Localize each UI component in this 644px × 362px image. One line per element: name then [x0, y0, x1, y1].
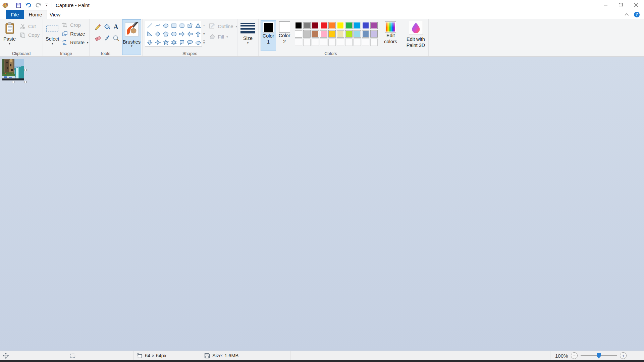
color-swatch[interactable] — [345, 30, 353, 38]
brushes-dropdown[interactable]: ▾ — [131, 45, 132, 48]
color-swatch[interactable] — [303, 22, 311, 29]
hexagon-shape[interactable] — [171, 31, 177, 37]
color-swatch-empty[interactable] — [337, 39, 344, 46]
edit-with-paint3d-button[interactable]: Edit with Paint 3D — [403, 19, 428, 48]
diamond-shape[interactable] — [155, 31, 161, 37]
tab-view[interactable]: View — [47, 10, 63, 19]
crop-button[interactable]: Crop — [62, 21, 88, 29]
color-swatch-empty[interactable] — [295, 39, 302, 46]
color-picker-tool[interactable] — [103, 35, 111, 42]
color-swatch[interactable] — [295, 30, 302, 38]
canvas-resize-handle-right[interactable] — [24, 69, 26, 71]
color-swatch[interactable] — [328, 30, 336, 38]
redo-icon[interactable] — [35, 2, 42, 8]
line-shape[interactable] — [147, 23, 153, 28]
eraser-tool[interactable] — [94, 35, 102, 42]
color-swatch[interactable] — [370, 22, 378, 29]
zoom-out-button[interactable]: − — [571, 352, 578, 359]
color1-button[interactable]: Color 1 — [261, 20, 276, 51]
pencil-tool[interactable] — [94, 23, 102, 31]
color-swatch[interactable] — [312, 30, 319, 38]
fill-with-color-tool[interactable] — [103, 23, 111, 31]
tab-file[interactable]: File — [6, 10, 24, 19]
canvas-workspace[interactable] — [0, 57, 644, 351]
color-swatch[interactable] — [295, 22, 302, 29]
rounded-rectangle-shape[interactable] — [179, 23, 185, 28]
color-swatch[interactable] — [337, 22, 344, 29]
resize-button[interactable]: Resize — [62, 29, 88, 38]
right-arrow-shape[interactable] — [179, 31, 185, 37]
customize-qat-icon[interactable]: ▾ — [45, 3, 48, 7]
brushes-button[interactable]: Brushes ▾ — [122, 19, 141, 55]
copy-button[interactable]: Copy — [20, 31, 40, 40]
color-swatch[interactable] — [320, 22, 327, 29]
select-dropdown[interactable]: ▾ — [52, 42, 53, 45]
down-arrow-shape[interactable] — [147, 40, 153, 45]
rounded-callout-shape[interactable] — [179, 40, 185, 45]
paste-button[interactable]: Paste ▾ — [3, 19, 16, 45]
text-tool[interactable]: A — [113, 23, 118, 30]
size-dropdown[interactable]: ▾ — [247, 42, 249, 45]
oval-shape[interactable] — [163, 23, 169, 28]
fill-button[interactable]: Fill ▾ — [209, 33, 237, 41]
color-swatch[interactable] — [370, 30, 378, 38]
edit-colors-button[interactable]: Edit colors — [381, 20, 400, 51]
oval-callout-shape[interactable] — [187, 40, 193, 45]
color-swatch-empty[interactable] — [328, 39, 336, 46]
color-swatch[interactable] — [354, 30, 361, 38]
color-swatch[interactable] — [320, 30, 327, 38]
right-triangle-shape[interactable] — [147, 31, 153, 37]
color-swatch-empty[interactable] — [345, 39, 353, 46]
undo-icon[interactable] — [25, 2, 32, 8]
five-point-star-shape[interactable] — [163, 40, 169, 45]
rectangle-shape[interactable] — [171, 23, 177, 28]
color-swatch[interactable] — [362, 30, 369, 38]
fill-dropdown[interactable]: ▾ — [226, 36, 228, 39]
cloud-callout-shape[interactable] — [195, 40, 201, 45]
six-point-star-shape[interactable] — [171, 40, 177, 45]
save-icon[interactable] — [16, 2, 21, 8]
paste-dropdown[interactable]: ▾ — [9, 42, 10, 45]
outline-button[interactable]: Outline ▾ — [209, 22, 237, 31]
shapes-more-button[interactable]: ▾ — [203, 38, 206, 47]
curve-shape[interactable] — [155, 23, 161, 28]
rotate-dropdown[interactable]: ▾ — [87, 41, 89, 44]
up-arrow-shape[interactable] — [195, 31, 201, 37]
zoom-in-button[interactable]: + — [620, 352, 627, 359]
color-swatch[interactable] — [337, 30, 344, 38]
help-icon[interactable]: ? — [634, 12, 640, 17]
canvas-resize-handle-bottom[interactable] — [12, 81, 14, 83]
tab-home[interactable]: Home — [24, 10, 47, 19]
left-arrow-shape[interactable] — [187, 31, 193, 37]
outline-dropdown[interactable]: ▾ — [235, 25, 237, 28]
shapes-scroll-up[interactable]: ▴ — [203, 21, 206, 29]
restore-button[interactable] — [613, 0, 629, 10]
magnifier-tool[interactable] — [112, 35, 120, 42]
color-swatch-empty[interactable] — [354, 39, 361, 46]
color-swatch[interactable] — [354, 22, 361, 29]
select-button[interactable]: Select ▾ — [46, 19, 59, 45]
size-button[interactable]: Size ▾ — [237, 19, 258, 45]
zoom-slider[interactable] — [581, 353, 617, 359]
color-swatch-empty[interactable] — [312, 39, 319, 46]
shapes-scroll-down[interactable]: ▾ — [203, 29, 206, 38]
color-swatch-empty[interactable] — [370, 39, 378, 46]
minimize-button[interactable] — [598, 0, 613, 10]
color-swatch-empty[interactable] — [320, 39, 327, 46]
triangle-shape[interactable] — [195, 23, 201, 28]
cut-button[interactable]: Cut — [20, 22, 40, 31]
pentagon-shape[interactable] — [163, 31, 169, 37]
color-swatch[interactable] — [345, 22, 353, 29]
color-swatch[interactable] — [328, 22, 336, 29]
rotate-button[interactable]: Rotate ▾ — [62, 38, 88, 47]
collapse-ribbon-icon[interactable] — [625, 13, 629, 16]
canvas-resize-handle-corner[interactable] — [24, 81, 26, 83]
color2-button[interactable]: Color 2 — [277, 20, 292, 51]
color-swatch[interactable] — [303, 30, 311, 38]
color-swatch-empty[interactable] — [303, 39, 311, 46]
close-button[interactable] — [629, 0, 644, 10]
color-swatch[interactable] — [362, 22, 369, 29]
zoom-slider-thumb[interactable] — [597, 353, 601, 359]
color-swatch[interactable] — [312, 22, 319, 29]
four-point-star-shape[interactable] — [155, 40, 161, 45]
